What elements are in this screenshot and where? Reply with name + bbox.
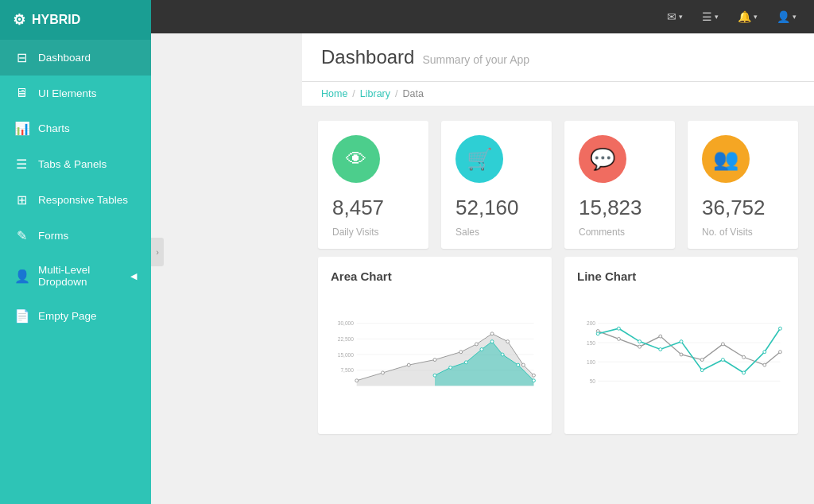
- responsive-tables-icon: ⊞: [14, 192, 29, 207]
- sidebar-item-charts[interactable]: 📊 Charts: [0, 110, 151, 146]
- svg-point-46: [778, 351, 781, 354]
- area-chart-title: Area Chart: [331, 269, 539, 283]
- sidebar-nav: ⊟ Dashboard 🖥 UI Elements 📊 Charts ☰ Tab…: [0, 40, 151, 334]
- area-chart: 30,000 22,500 15,000 7,500: [331, 291, 539, 418]
- stat-card-3: 👥 36,752 No. of Visits: [688, 121, 798, 249]
- svg-point-18: [521, 363, 525, 366]
- mail-btn[interactable]: ✉▾: [659, 6, 691, 28]
- svg-point-39: [638, 345, 642, 348]
- stat-card-0: 👁 8,457 Daily Visits: [318, 121, 428, 249]
- multi-level-icon: 👤: [14, 269, 29, 284]
- sidebar-item-multi-level[interactable]: 👤 Multi-Level Dropdown ◀: [0, 254, 151, 298]
- breadcrumb-home[interactable]: Home: [321, 88, 347, 99]
- svg-point-43: [721, 343, 724, 346]
- sidebar-item-tabs-panels[interactable]: ☰ Tabs & Panels: [0, 146, 151, 182]
- stat-icon-2: 💬: [579, 135, 626, 183]
- charts-row: Area Chart 30,000 22,500 15,000 7,500: [302, 257, 814, 447]
- stat-label-3: No. of Visits: [702, 227, 753, 238]
- svg-text:15,000: 15,000: [338, 352, 354, 358]
- area-chart-card: Area Chart 30,000 22,500 15,000 7,500: [318, 257, 552, 434]
- main-content: Dashboard Summary of your App Home / Lib…: [302, 33, 814, 504]
- menu-btn-icon: ☰: [702, 10, 712, 23]
- sidebar-arrow-multi-level: ◀: [130, 271, 137, 281]
- mail-btn-icon: ✉: [667, 10, 676, 23]
- dashboard-icon: ⊟: [14, 50, 29, 65]
- sidebar-label-tabs-panels: Tabs & Panels: [38, 158, 107, 170]
- user-btn[interactable]: 👤▾: [769, 6, 804, 28]
- svg-point-19: [532, 374, 535, 377]
- sidebar-label-ui-elements: UI Elements: [38, 87, 97, 99]
- svg-point-42: [700, 359, 704, 362]
- svg-point-25: [490, 340, 494, 343]
- notification-btn-icon: 🔔: [738, 10, 751, 23]
- sidebar-label-forms: Forms: [38, 230, 68, 242]
- svg-point-11: [382, 371, 385, 374]
- line-chart-card: Line Chart 200 150 100 50: [564, 257, 798, 434]
- forms-icon: ✎: [14, 228, 29, 243]
- sidebar-item-forms[interactable]: ✎ Forms: [0, 218, 151, 254]
- svg-point-28: [532, 379, 535, 382]
- stat-label-2: Comments: [579, 227, 625, 238]
- app-logo: ⚙ HYBRID: [0, 0, 151, 40]
- breadcrumb-library[interactable]: Library: [360, 88, 390, 99]
- stat-icon-0: 👁: [332, 135, 380, 183]
- stat-card-2: 💬 15,823 Comments: [564, 121, 675, 249]
- svg-text:22,500: 22,500: [338, 336, 354, 342]
- stat-value-0: 8,457: [332, 196, 384, 220]
- line-chart-title: Line Chart: [577, 269, 785, 283]
- sidebar-item-empty-page[interactable]: 📄 Empty Page: [0, 298, 151, 334]
- sidebar-item-responsive-tables[interactable]: ⊞ Responsive Tables: [0, 182, 151, 218]
- svg-point-12: [407, 363, 410, 366]
- svg-point-41: [680, 353, 683, 356]
- svg-point-51: [680, 340, 683, 343]
- svg-point-23: [464, 361, 467, 364]
- stat-card-1: 🛒 52,160 Sales: [441, 121, 552, 249]
- page-title: Dashboard: [321, 46, 414, 68]
- svg-point-38: [617, 337, 620, 340]
- svg-text:150: 150: [587, 340, 595, 346]
- svg-point-27: [517, 363, 520, 366]
- sidebar-toggle[interactable]: ›: [151, 238, 164, 266]
- sidebar-label-multi-level: Multi-Level Dropdown: [38, 264, 121, 288]
- stat-icon-1: 🛒: [455, 135, 503, 183]
- sidebar-item-dashboard[interactable]: ⊟ Dashboard: [0, 40, 151, 76]
- svg-point-40: [659, 335, 662, 338]
- stats-row: 👁 8,457 Daily Visits 🛒 52,160 Sales 💬 15…: [302, 107, 814, 257]
- svg-point-47: [596, 332, 599, 335]
- svg-point-45: [763, 363, 766, 366]
- gear-icon: ⚙: [13, 11, 25, 29]
- tabs-panels-icon: ☰: [14, 157, 29, 172]
- menu-btn[interactable]: ☰▾: [694, 6, 727, 28]
- svg-point-55: [763, 351, 766, 354]
- svg-point-56: [778, 327, 781, 330]
- svg-text:100: 100: [587, 359, 595, 365]
- stat-value-1: 52,160: [455, 196, 519, 220]
- charts-icon: 📊: [14, 121, 29, 136]
- menu-btn-caret: ▾: [715, 13, 719, 21]
- svg-point-52: [700, 369, 704, 372]
- line-chart: 200 150 100 50: [577, 291, 785, 418]
- sidebar-item-ui-elements[interactable]: 🖥 UI Elements: [0, 76, 151, 110]
- notification-btn[interactable]: 🔔▾: [730, 6, 766, 28]
- page-header: Dashboard Summary of your App: [302, 33, 814, 82]
- svg-point-26: [501, 353, 504, 356]
- user-btn-caret: ▾: [793, 13, 797, 21]
- svg-point-24: [480, 347, 483, 351]
- breadcrumb-current: Data: [403, 88, 424, 99]
- svg-point-16: [490, 332, 494, 335]
- stat-value-2: 15,823: [579, 196, 642, 220]
- svg-text:50: 50: [590, 378, 596, 384]
- svg-point-10: [355, 379, 359, 382]
- sidebar-label-charts: Charts: [38, 122, 70, 134]
- svg-point-50: [659, 347, 662, 351]
- sidebar-label-dashboard: Dashboard: [38, 52, 91, 64]
- breadcrumb: Home / Library / Data: [302, 82, 814, 107]
- svg-point-48: [617, 327, 620, 330]
- svg-text:7,500: 7,500: [340, 367, 354, 373]
- svg-point-22: [449, 366, 452, 369]
- topbar: ✉▾☰▾🔔▾👤▾: [151, 0, 814, 33]
- user-btn-icon: 👤: [777, 10, 790, 23]
- notification-btn-caret: ▾: [754, 13, 758, 21]
- stat-label-1: Sales: [455, 227, 479, 238]
- svg-point-17: [506, 340, 510, 343]
